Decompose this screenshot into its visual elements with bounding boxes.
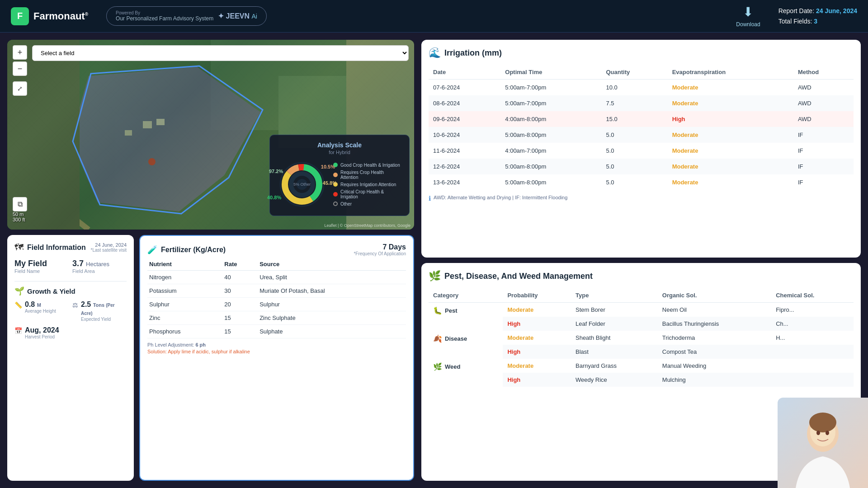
powered-by-label: Powered By bbox=[116, 10, 213, 15]
donut-label-10: 10.5% bbox=[321, 164, 335, 169]
fert-rate-cell: 15 bbox=[222, 325, 258, 338]
field-area-label: Field Area bbox=[72, 268, 127, 274]
map-layers-button[interactable]: ⧉ bbox=[13, 197, 27, 211]
legend-label-good: Good Crop Health & Irrigation bbox=[340, 163, 400, 168]
irrig-col-method: Method bbox=[793, 65, 854, 80]
svg-point-21 bbox=[809, 413, 836, 432]
section-divider bbox=[14, 281, 127, 282]
irrig-evap-cell: Moderate bbox=[668, 174, 793, 190]
harvest-icon: 📅 bbox=[14, 327, 22, 334]
analysis-scale-subtitle: for Hybrid bbox=[277, 150, 402, 155]
legend-item-good: Good Crop Health & Irrigation bbox=[333, 163, 402, 168]
pest-chemical-cell bbox=[771, 345, 854, 359]
map-container[interactable]: + − ⤢ Select a field ⧉ 50 m 300 bbox=[7, 40, 414, 230]
irrig-date-cell: 09-6-2024 bbox=[429, 111, 500, 127]
irrig-method-cell: IF bbox=[793, 174, 854, 190]
irrig-qty-cell: 5.0 bbox=[601, 174, 667, 190]
legend-label-crop-health: Requires Crop Health Attention bbox=[340, 170, 402, 180]
pest-header-row: Category Probability Type Organic Sol. C… bbox=[429, 288, 854, 303]
irrig-method-cell: IF bbox=[793, 159, 854, 174]
irrig-qty-cell: 5.0 bbox=[601, 127, 667, 143]
field-info-icon: 🗺 bbox=[14, 242, 24, 253]
report-date-line: Report Date: 24 June, 2024 bbox=[778, 6, 857, 16]
irrig-qty-cell: 5.0 bbox=[601, 159, 667, 174]
fert-source-cell: Urea, Split bbox=[258, 271, 406, 284]
pest-prob-cell: Moderate bbox=[503, 303, 571, 317]
pest-type-cell: Barnyard Grass bbox=[571, 359, 658, 373]
pest-table-row: 🌿Weed Moderate Barnyard Grass Manual Wee… bbox=[429, 359, 854, 373]
svg-point-22 bbox=[816, 431, 820, 435]
fert-nutrient-cell: Sulphur bbox=[147, 298, 222, 311]
fert-table-row: Nitrogen 40 Urea, Split bbox=[147, 271, 406, 284]
legend-circle-other bbox=[333, 202, 338, 206]
pest-prob-cell: Moderate bbox=[503, 331, 571, 345]
logo-text: Farmonaut® bbox=[33, 10, 88, 22]
fert-source-cell: Sulphate bbox=[258, 325, 406, 338]
analysis-chart-area: 97.2% 10.5% 45.8% 40.8% 5% Other Good bbox=[277, 160, 402, 209]
pest-col-category: Category bbox=[429, 288, 503, 303]
irrig-date-cell: 12-6-2024 bbox=[429, 159, 500, 174]
expand-button[interactable]: ⤢ bbox=[13, 81, 27, 96]
pest-type-cell: Blast bbox=[571, 345, 658, 359]
left-column: + − ⤢ Select a field ⧉ 50 m 300 bbox=[7, 40, 414, 481]
irrig-time-cell: 4:00am-7:00pm bbox=[500, 143, 601, 159]
irrig-time-cell: 5:00am-7:00pm bbox=[500, 95, 601, 111]
harvest-period-label: Harvest Period bbox=[25, 334, 59, 339]
fert-col-source: Source bbox=[258, 258, 406, 271]
irrigation-title: Irrigation (mm) bbox=[444, 48, 502, 58]
irrig-time-cell: 5:00am-8:00pm bbox=[500, 159, 601, 174]
legend-item-critical: Critical Crop Health & Irrigation bbox=[333, 189, 402, 199]
irrig-table-row: 09-6-2024 4:00am-8:00pm 15.0 High AWD bbox=[429, 111, 854, 127]
pest-type-cell: Sheath Blight bbox=[571, 331, 658, 345]
donut-label-97: 97.2% bbox=[269, 169, 283, 174]
map-attribution: Leaflet | © OpenStreetMap contributors, … bbox=[324, 223, 410, 228]
irrigation-table: Date Optimal Time Quantity Evapotranspir… bbox=[429, 65, 854, 190]
pest-col-organic: Organic Sol. bbox=[658, 288, 771, 303]
pest-col-type: Type bbox=[571, 288, 658, 303]
field-select-dropdown[interactable]: Select a field bbox=[32, 45, 409, 61]
analysis-scale-popup: Analysis Scale for Hybrid bbox=[269, 135, 410, 216]
layers-icon: ⧉ bbox=[18, 200, 23, 208]
expected-yield-label: Expected Yield bbox=[81, 317, 127, 322]
pest-table: Category Probability Type Organic Sol. C… bbox=[429, 288, 854, 387]
growth-yield-header: 🌱 Growth & Yield bbox=[14, 286, 127, 296]
analysis-legend: Good Crop Health & Irrigation Requires C… bbox=[333, 163, 402, 206]
fert-nutrient-cell: Potassium bbox=[147, 284, 222, 298]
expected-yield-content: 2.5 Tons (Per Acre) Expected Yield bbox=[81, 300, 127, 322]
zoom-out-button[interactable]: − bbox=[13, 61, 27, 76]
irrig-method-cell: AWD bbox=[793, 95, 854, 111]
irrigation-header: 🌊 Irrigation (mm) bbox=[429, 47, 854, 59]
avg-height-value: 0.8 M bbox=[25, 300, 56, 309]
field-info-title: Field Information bbox=[27, 244, 86, 252]
fertilizer-title: Fertilizer (Kg/Acre) bbox=[161, 246, 226, 254]
fert-nutrient-cell: Zinc bbox=[147, 311, 222, 325]
irrig-method-cell: IF bbox=[793, 127, 854, 143]
pest-organic-cell: Manual Weeding bbox=[658, 359, 771, 373]
growth-icon: 🌱 bbox=[14, 286, 24, 296]
pest-prob-cell: High bbox=[503, 373, 571, 387]
harvest-period-value: Aug, 2024 bbox=[25, 326, 59, 334]
report-date-value: 24 June, 2024 bbox=[816, 7, 857, 14]
irrig-qty-cell: 10.0 bbox=[601, 80, 667, 96]
fert-table-row: Sulphur 20 Sulphur bbox=[147, 298, 406, 311]
irrig-qty-cell: 7.5 bbox=[601, 95, 667, 111]
bottom-panels: 🗺 Field Information 24 June, 2024 *Last … bbox=[7, 235, 414, 481]
field-info-header: 🗺 Field Information 24 June, 2024 *Last … bbox=[14, 242, 127, 253]
irrig-header-row: Date Optimal Time Quantity Evapotranspir… bbox=[429, 65, 854, 80]
field-name-stat: My Field Field Name bbox=[14, 259, 69, 274]
pest-organic-cell: Neem Oil bbox=[658, 303, 771, 317]
category-icon: 🐛 bbox=[433, 306, 442, 315]
irrig-evap-cell: High bbox=[668, 111, 793, 127]
avg-height-content: 0.8 M Average Height bbox=[25, 300, 56, 314]
field-area-stat: 3.7 Hectares Field Area bbox=[72, 259, 127, 274]
fert-col-nutrient: Nutrient bbox=[147, 258, 222, 271]
pest-organic-cell: Bacillus Thuringiensis bbox=[658, 317, 771, 331]
irrig-time-cell: 5:00am-8:00pm bbox=[500, 174, 601, 190]
zoom-in-button[interactable]: + bbox=[13, 45, 27, 60]
irrig-table-row: 13-6-2024 5:00am-8:00pm 5.0 Moderate IF bbox=[429, 174, 854, 190]
download-button[interactable]: ⬇ Download bbox=[736, 5, 760, 28]
irrigation-footer: ℹ AWD: Alternate Wetting and Drying | IF… bbox=[429, 195, 854, 202]
fertilizer-table: Nutrient Rate Source Nitrogen 40 Urea, S… bbox=[147, 258, 406, 338]
pest-chemical-cell: Ch... bbox=[771, 317, 854, 331]
field-info-panel: 🗺 Field Information 24 June, 2024 *Last … bbox=[7, 235, 134, 481]
